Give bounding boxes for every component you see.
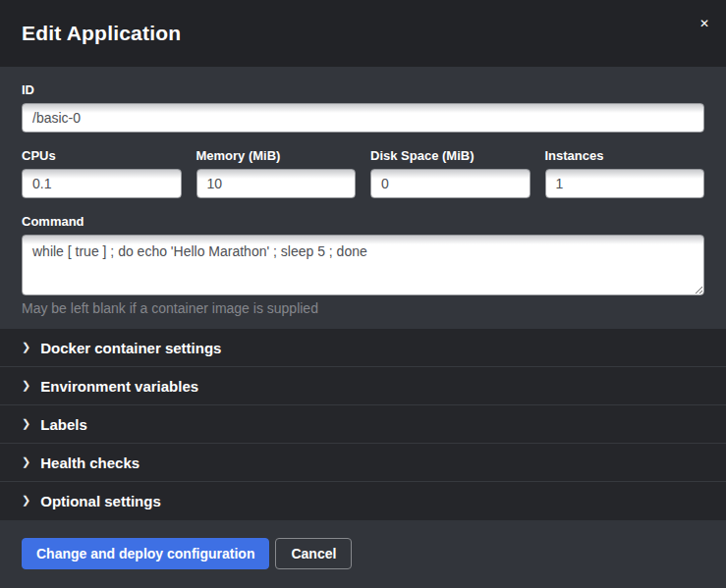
- close-icon[interactable]: ✕: [697, 15, 712, 32]
- section-label: Labels: [40, 416, 87, 433]
- application-form: ID CPUs Memory (MiB) Disk Space (MiB) In…: [0, 67, 726, 329]
- id-label: ID: [22, 82, 704, 97]
- modal-header: Edit Application ✕: [0, 0, 726, 67]
- section-label: Docker container settings: [40, 340, 221, 356]
- section-label: Health checks: [40, 454, 140, 471]
- chevron-right-icon: ❯: [22, 380, 30, 391]
- command-textarea[interactable]: while [ true ] ; do echo 'Hello Marathon…: [22, 235, 704, 295]
- command-help-text: May be left blank if a container image i…: [22, 300, 704, 316]
- command-field-group: Command while [ true ] ; do echo 'Hello …: [22, 214, 704, 316]
- disk-field-group: Disk Space (MiB): [370, 148, 531, 198]
- cpus-label: CPUs: [22, 148, 182, 163]
- disk-label: Disk Space (MiB): [370, 148, 531, 163]
- change-and-deploy-button[interactable]: Change and deploy configuration: [22, 538, 269, 569]
- section-optional-settings[interactable]: ❯ Optional settings: [0, 482, 726, 520]
- instances-label: Instances: [545, 148, 705, 163]
- section-environment-variables[interactable]: ❯ Environment variables: [0, 367, 726, 405]
- cpus-field-group: CPUs: [22, 148, 182, 198]
- settings-accordion: ❯ Docker container settings ❯ Environmen…: [0, 329, 726, 520]
- instances-input[interactable]: [545, 169, 705, 198]
- modal-footer: Change and deploy configuration Cancel: [0, 520, 726, 588]
- chevron-right-icon: ❯: [22, 456, 30, 467]
- modal-title: Edit Application: [22, 22, 181, 45]
- instances-field-group: Instances: [545, 148, 705, 198]
- section-labels[interactable]: ❯ Labels: [0, 405, 726, 444]
- chevron-right-icon: ❯: [22, 495, 30, 506]
- chevron-right-icon: ❯: [22, 342, 30, 352]
- command-label: Command: [22, 214, 704, 229]
- disk-input[interactable]: [370, 169, 531, 198]
- memory-input[interactable]: [196, 169, 357, 198]
- section-docker-container-settings[interactable]: ❯ Docker container settings: [0, 329, 726, 367]
- cpus-input[interactable]: [22, 169, 182, 198]
- memory-label: Memory (MiB): [196, 148, 357, 163]
- edit-application-modal: Edit Application ✕ ID CPUs Memory (MiB) …: [0, 0, 726, 588]
- memory-field-group: Memory (MiB): [196, 148, 357, 198]
- resources-row: CPUs Memory (MiB) Disk Space (MiB) Insta…: [22, 148, 704, 198]
- section-health-checks[interactable]: ❯ Health checks: [0, 444, 726, 482]
- cancel-button[interactable]: Cancel: [275, 538, 352, 569]
- section-label: Optional settings: [40, 493, 161, 509]
- id-field-group: ID: [22, 82, 704, 133]
- section-label: Environment variables: [40, 378, 198, 395]
- id-input[interactable]: [22, 103, 704, 133]
- chevron-right-icon: ❯: [22, 418, 30, 429]
